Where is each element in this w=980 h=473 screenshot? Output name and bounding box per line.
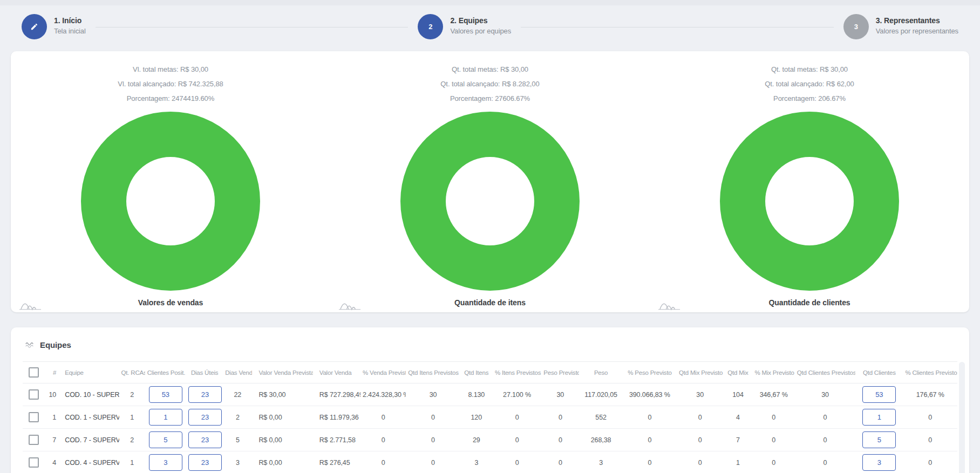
cell-pct-peso-previsto: 390.066,83 %	[623, 383, 677, 406]
cell-qtd-itens: 120	[460, 406, 493, 429]
col-header-clientes-posit: Clientes Posit.	[145, 362, 186, 383]
stepper-step-inicio[interactable]: 1. InícioTela inicial	[22, 14, 86, 39]
row-checkbox[interactable]	[29, 457, 39, 468]
dias-uteis-button[interactable]: 23	[188, 386, 222, 403]
cell-qtd-clientes-previstos: 0	[795, 406, 855, 429]
step-subtitle: Valores por equipes	[450, 27, 511, 35]
col-header-equipe: Equipe	[58, 362, 119, 383]
cell-pct-peso-previsto: 0	[623, 451, 677, 473]
cell-peso-previsto: 0	[541, 406, 579, 429]
chart-stat-line: Porcentagem: 206.67%	[650, 91, 969, 106]
stepper-step-equipes[interactable]: 22. EquipesValores por equipes	[418, 14, 511, 39]
table-row: 10COD. 10 - SUPERVISOR2532322R$ 30,00R$ …	[23, 383, 957, 406]
donut-chart-quantidade-de-itens	[400, 112, 580, 291]
dias-uteis-button[interactable]: 23	[188, 454, 222, 471]
col-header-qtd-itens-previstos: Qtd Itens Previstos	[406, 362, 460, 383]
dias-uteis-button[interactable]: 23	[188, 431, 222, 448]
row-checkbox[interactable]	[29, 389, 39, 400]
donut-chart-quantidade-de-clientes	[720, 112, 899, 291]
chart-stat-line: Vl. total metas: R$ 30,00	[11, 62, 330, 77]
table-row: 7COD. 7 - SUPERVISOR25235R$ 0,00R$ 2.771…	[23, 429, 957, 451]
cell-qtd-clientes: 1	[855, 406, 903, 429]
cell-pct-venda-prevista: 0	[360, 451, 406, 473]
row-checkbox[interactable]	[29, 435, 39, 445]
cell-qtd-mix: 4	[723, 406, 752, 429]
cell-qtd-clientes-previstos: 0	[795, 451, 855, 473]
clientes-posit-button[interactable]: 1	[149, 409, 182, 426]
chart-stat-line: Porcentagem: 2474419.60%	[11, 91, 330, 106]
bell-curve-icon	[657, 300, 681, 311]
dias-uteis-button[interactable]: 23	[188, 409, 222, 426]
cell-pct-clientes-previstos: 0	[903, 429, 957, 451]
cell-qtd-clientes-previstos: 30	[795, 383, 855, 406]
col-header-qtd-clientes-previstos: Qtd Clientes Previstos	[795, 362, 855, 383]
col-header-valor-venda-prevista: Valor Venda Prevista	[252, 362, 312, 383]
cell-qtd-mix: 104	[723, 383, 752, 406]
cell-clientes-posit: 3	[145, 451, 186, 473]
cell-valor-venda-prevista: R$ 0,00	[252, 406, 312, 429]
cell-pct-itens-previstos: 27.100 %	[493, 383, 541, 406]
cell-pct-itens-previstos: 0	[493, 451, 541, 473]
chart-stat-line: Qt. total alcançado: R$ 62,00	[650, 77, 969, 91]
step-number-badge: 2	[418, 14, 443, 39]
step-title: 2. Equipes	[450, 16, 511, 25]
cell-valor-venda: R$ 727.298,49	[313, 383, 360, 406]
cell-dias-venda: 5	[223, 429, 252, 451]
equipes-card: Equipes #EquipeQt. RCAsClientes Posit.Di…	[11, 327, 969, 473]
cell-: 10	[44, 383, 58, 406]
cell-dias-venda: 22	[223, 383, 252, 406]
col-header-select-all	[23, 362, 44, 383]
cell-qtd-mix-previsto: 0	[677, 429, 723, 451]
qtd-clientes-button[interactable]: 3	[862, 454, 896, 471]
col-header-qtd-mix: Qtd Mix	[723, 362, 752, 383]
clientes-posit-button[interactable]: 5	[149, 431, 182, 448]
cell-qtd-clientes-previstos: 0	[795, 429, 855, 451]
select-all-checkbox[interactable]	[29, 367, 39, 378]
cell-pct-venda-prevista: 0	[360, 429, 406, 451]
step-text: 2. EquipesValores por equipes	[450, 14, 511, 39]
cell-select	[23, 383, 44, 406]
cell-qtd-mix-previsto: 30	[677, 383, 723, 406]
cell-equipe: COD. 4 - SUPERVISOR	[58, 451, 119, 473]
chart-title: Quantidade de clientes	[650, 298, 969, 307]
cell-qt-rcas: 2	[119, 383, 145, 406]
cell-pct-venda-prevista: 0	[360, 406, 406, 429]
chart-stat-line: Qt. total alcançado: R$ 8.282,00	[330, 77, 650, 91]
step-text: 1. InícioTela inicial	[54, 14, 86, 39]
cell-peso-previsto: 30	[541, 383, 579, 406]
cell-qtd-mix-previsto: 0	[677, 451, 723, 473]
col-header-pct-mix-previsto: % Mix Previsto	[753, 362, 795, 383]
cell-dias-venda: 2	[223, 406, 252, 429]
donut-chart-valores-de-vendas	[81, 112, 260, 291]
cell-: 4	[44, 451, 58, 473]
cell-clientes-posit: 5	[145, 429, 186, 451]
step-number-badge: 3	[843, 14, 869, 39]
table-scrollbar[interactable]	[959, 362, 965, 473]
stepper-connector	[96, 27, 409, 28]
cell-qtd-itens-previstos: 0	[406, 451, 460, 473]
stepper-step-representantes[interactable]: 33. RepresentantesValores por representa…	[843, 14, 958, 39]
cell-clientes-posit: 1	[145, 406, 186, 429]
row-checkbox[interactable]	[29, 412, 39, 422]
col-header-qtd-itens: Qtd Itens	[460, 362, 493, 383]
step-text: 3. RepresentantesValores por representan…	[876, 14, 958, 39]
cell-peso: 3	[579, 451, 622, 473]
cell-qt-rcas: 2	[119, 429, 145, 451]
equipes-table: #EquipeQt. RCAsClientes Posit.Dias Úteis…	[23, 361, 957, 473]
qtd-clientes-button[interactable]: 5	[862, 431, 896, 448]
cell-select	[23, 451, 44, 473]
qtd-clientes-button[interactable]: 53	[862, 386, 896, 403]
cell-pct-clientes-previstos: 0	[903, 451, 957, 473]
equipes-section-title: Equipes	[40, 340, 71, 349]
chart-stats: Vl. total metas: R$ 30,00Vl. total alcan…	[11, 62, 330, 106]
cell-valor-venda-prevista: R$ 30,00	[252, 383, 312, 406]
pencil-icon	[22, 14, 47, 39]
cell-valor-venda: R$ 11.979,36	[313, 406, 360, 429]
clientes-posit-button[interactable]: 53	[149, 386, 182, 403]
cell-peso-previsto: 0	[541, 451, 579, 473]
clientes-posit-button[interactable]: 3	[149, 454, 182, 471]
qtd-clientes-button[interactable]: 1	[862, 409, 896, 426]
cell-qtd-clientes: 53	[855, 383, 903, 406]
cell-qtd-itens: 3	[460, 451, 493, 473]
chart-title: Quantidade de itens	[330, 298, 650, 307]
